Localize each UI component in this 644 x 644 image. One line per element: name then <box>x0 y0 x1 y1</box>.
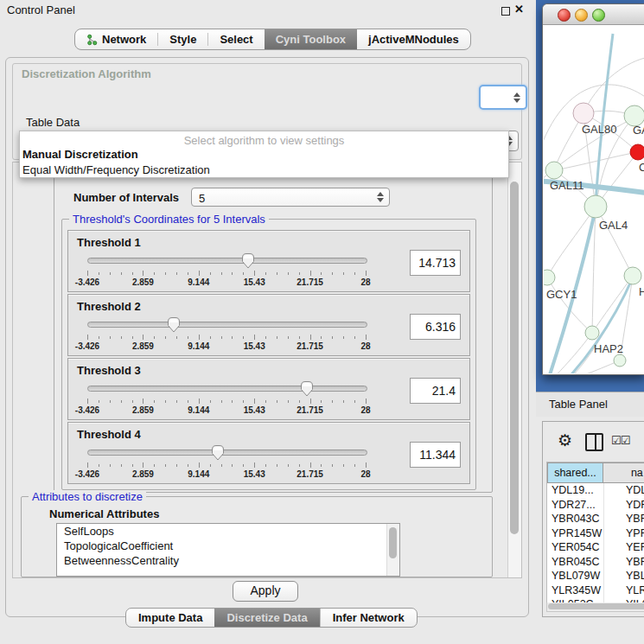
threshold-slider[interactable] <box>87 316 366 333</box>
tab-jactivemnodules-label: jActiveMNodules <box>368 33 459 46</box>
network-node-label: GCY1 <box>546 288 577 301</box>
attributes-scrollbar-thumb[interactable] <box>389 527 397 558</box>
table-row[interactable]: YPR145W YPR1 <box>547 526 644 541</box>
threshold-label: Threshold 3 <box>77 364 141 377</box>
tab-select[interactable]: Select <box>208 29 264 49</box>
threshold-row: Threshold 2 -3.4262.8599.14415.4321.7152… <box>67 294 470 356</box>
cell-name: YBR0 <box>604 512 644 526</box>
network-node[interactable] <box>614 354 626 367</box>
dropdown-placeholder: Select algorithm to view settings <box>20 131 508 147</box>
attribute-item[interactable]: TopologicalCoefficient <box>57 539 399 553</box>
table-row[interactable]: YDR27... YDR2 <box>547 498 644 513</box>
close-traffic-light-icon[interactable] <box>558 9 571 22</box>
table-horizontal-scrollbar[interactable] <box>546 603 644 612</box>
table-row[interactable]: YBL079W YBL0 <box>547 569 644 583</box>
slider-thumb[interactable] <box>211 444 225 461</box>
numerical-attributes-label: Numerical Attributes <box>49 507 159 520</box>
network-node[interactable] <box>624 267 641 284</box>
column-layout-icon[interactable] <box>585 433 603 451</box>
tab-select-label: Select <box>220 33 252 46</box>
slider-tick-labels: -3.4262.8599.14415.4321.71528 <box>87 469 366 479</box>
attributes-group: Attributes to discretize Numerical Attri… <box>21 496 493 577</box>
network-node[interactable] <box>544 270 555 285</box>
slider-track[interactable] <box>87 322 367 328</box>
apply-button[interactable]: Apply <box>233 581 298 602</box>
network-graph: GAL80GACGAL11GAL4GCY1HAHAP2 <box>544 25 644 373</box>
network-node[interactable] <box>584 195 607 218</box>
tab-style-label: Style <box>169 33 196 46</box>
menu-item-equal-width-frequency[interactable]: Equal Width/Frequency Discretization <box>20 163 508 178</box>
tab-impute-data[interactable]: Impute Data <box>126 609 214 627</box>
slider-thumb[interactable] <box>300 380 314 397</box>
threshold-slider[interactable] <box>87 443 366 461</box>
tab-jactivemnodules[interactable]: jActiveMNodules <box>357 29 470 49</box>
tab-network[interactable]: Network <box>75 29 157 49</box>
table-row[interactable]: YDL19... YDL1 <box>547 483 644 498</box>
table-row[interactable]: YER054C YER0 <box>547 540 644 555</box>
table-horizontal-scrollbar-thumb[interactable] <box>548 603 644 609</box>
threshold-value-field[interactable]: 11.344 <box>410 442 461 468</box>
cell-name: YDL1 <box>604 483 644 498</box>
slider-track[interactable] <box>87 258 367 264</box>
table-data-label: Table Data <box>26 116 80 129</box>
network-node[interactable] <box>573 103 594 124</box>
thresholds-group-title: Threshold's Coordinates for 5 Intervals <box>69 213 269 226</box>
discretization-algorithm-title: Discretization Algorithm <box>22 67 151 80</box>
slider-ticks <box>87 271 366 277</box>
slider-track[interactable] <box>87 450 367 456</box>
attribute-item[interactable]: BetweennessCentrality <box>57 553 399 568</box>
threshold-value-field[interactable]: 6.316 <box>410 314 461 340</box>
tab-discretize-data[interactable]: Discretize Data <box>214 609 319 627</box>
threshold-value-field[interactable]: 21.4 <box>410 378 461 404</box>
gear-icon[interactable]: ⚙ <box>558 430 572 450</box>
column-header-name[interactable]: na <box>603 462 644 483</box>
network-node-label: GAL11 <box>550 179 584 192</box>
algorithm-combobox[interactable] <box>479 85 527 110</box>
table-row[interactable]: YBR043C YBR0 <box>547 512 644 526</box>
network-canvas[interactable]: GAL80GACGAL11GAL4GCY1HAHAP2 <box>544 25 644 373</box>
threshold-label: Threshold 2 <box>77 300 141 313</box>
float-window-icon[interactable] <box>501 7 510 16</box>
table-row[interactable]: YBR045C YBR0 <box>547 555 644 570</box>
table-panel-titlebar: Table Panel <box>536 392 644 417</box>
minimize-traffic-light-icon[interactable] <box>575 9 588 22</box>
slider-track[interactable] <box>87 386 367 392</box>
tab-impute-data-label: Impute Data <box>138 611 202 624</box>
checkbox-icons[interactable]: ☑☑ <box>611 434 629 447</box>
close-icon[interactable]: ✕ <box>514 3 524 16</box>
network-node[interactable] <box>585 326 599 340</box>
threshold-slider[interactable] <box>87 379 366 397</box>
attribute-item[interactable]: SelfLoops <box>57 524 399 539</box>
tab-cyni-toolbox[interactable]: Cyni Toolbox <box>265 29 357 49</box>
slider-thumb[interactable] <box>167 316 181 333</box>
numerical-attributes-list[interactable]: SelfLoopsTopologicalCoefficientBetweenne… <box>56 523 400 577</box>
network-node-label: GA <box>633 124 644 137</box>
network-window-titlebar[interactable] <box>543 4 644 25</box>
attributes-scrollbar[interactable] <box>386 524 399 576</box>
vertical-scrollbar-thumb[interactable] <box>510 182 519 534</box>
slider-thumb[interactable] <box>241 252 255 269</box>
threshold-slider[interactable] <box>87 252 366 269</box>
network-nodes: GAL80GACGAL11GAL4GCY1HAHAP2 <box>544 103 644 367</box>
tab-infer-network[interactable]: Infer Network <box>320 609 417 627</box>
vertical-scrollbar[interactable] <box>507 163 521 577</box>
threshold-value-field[interactable]: 14.713 <box>410 250 461 276</box>
threshold-row: Threshold 1 -3.4262.8599.14415.4321.7152… <box>67 230 470 292</box>
column-header-shared-name[interactable]: shared... <box>547 462 603 483</box>
cell-name: YBL0 <box>604 569 644 583</box>
network-node[interactable] <box>630 144 644 160</box>
zoom-traffic-light-icon[interactable] <box>592 9 605 22</box>
menu-item-manual-discretization[interactable]: Manual Discretization <box>20 147 508 163</box>
tab-cyni-toolbox-label: Cyni Toolbox <box>276 33 346 46</box>
network-node[interactable] <box>545 162 563 179</box>
slider-tick-labels: -3.4262.8599.14415.4321.71528 <box>87 277 366 287</box>
number-of-intervals-combobox[interactable]: 5 <box>191 188 390 207</box>
threshold-label: Threshold 1 <box>77 236 141 249</box>
network-window[interactable]: GAL80GACGAL11GAL4GCY1HAHAP2 <box>542 3 644 375</box>
table-toolbar: ⚙ ☑☑ <box>543 422 644 460</box>
tab-style[interactable]: Style <box>158 29 207 49</box>
table-row[interactable]: YLR345W YLR3 <box>547 583 644 598</box>
combo-arrows-icon <box>377 192 383 202</box>
cyni-tab-content: Discretization Algorithm Table Data galF… <box>5 57 529 617</box>
network-icon <box>86 34 98 46</box>
